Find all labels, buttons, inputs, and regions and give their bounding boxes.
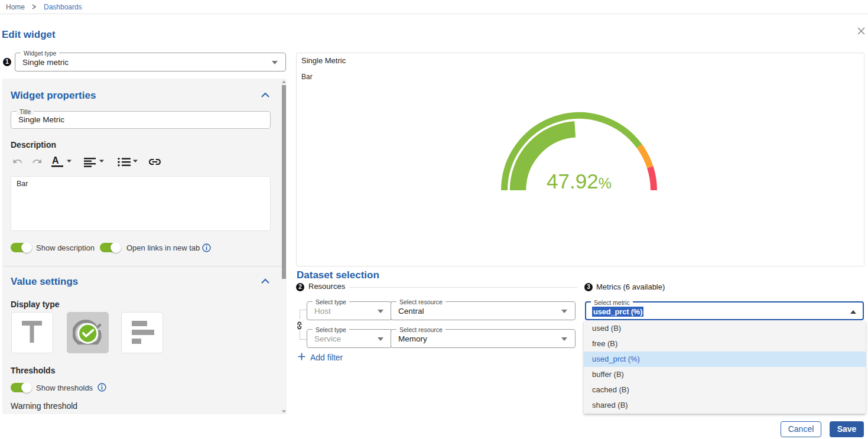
svg-text:A: A <box>52 155 59 165</box>
